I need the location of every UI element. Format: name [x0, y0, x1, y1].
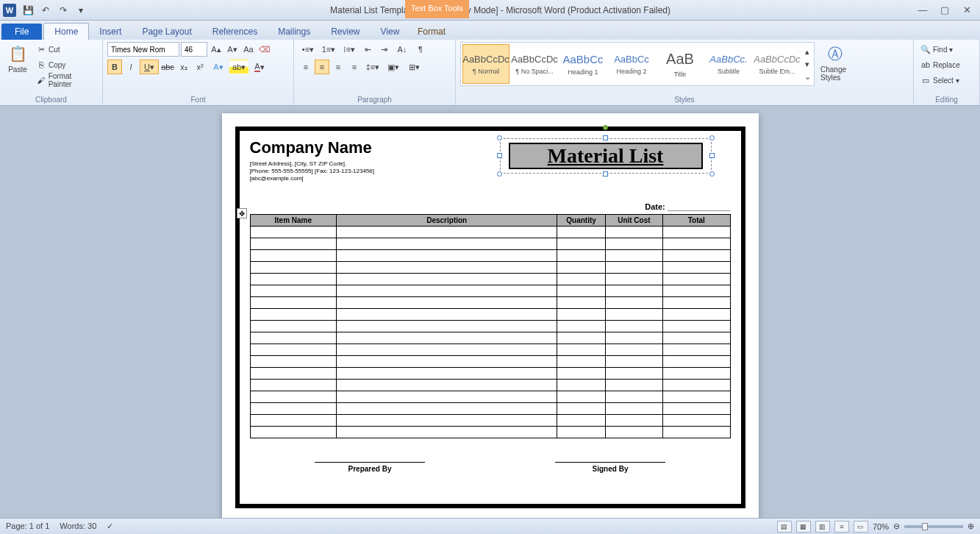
table-cell[interactable]	[250, 344, 337, 356]
table-cell[interactable]	[605, 238, 662, 250]
shrink-font-button[interactable]: A▾	[225, 42, 240, 57]
style-heading1[interactable]: AaBbCcHeading 1	[559, 44, 607, 84]
table-row[interactable]	[250, 238, 730, 250]
table-cell[interactable]	[337, 403, 557, 415]
font-color-button[interactable]: A▾	[250, 60, 269, 74]
table-move-handle[interactable]: ✥	[237, 208, 247, 218]
table-cell[interactable]	[605, 250, 662, 262]
table-cell[interactable]	[605, 274, 662, 285]
col-total[interactable]: Total	[663, 215, 730, 227]
col-description[interactable]: Description	[337, 215, 557, 227]
view-full-screen[interactable]: ▦	[796, 521, 811, 533]
word-count[interactable]: Words: 30	[60, 521, 96, 531]
bullets-button[interactable]: •≡▾	[298, 42, 318, 57]
table-cell[interactable]	[663, 262, 730, 274]
table-row[interactable]	[250, 391, 730, 403]
resize-handle-tl[interactable]	[497, 135, 502, 140]
view-outline[interactable]: ≡	[834, 521, 849, 533]
company-email[interactable]: [abc@example.com]	[250, 175, 731, 182]
zoom-out-button[interactable]: ⊖	[893, 521, 900, 531]
table-cell[interactable]	[337, 368, 557, 380]
table-cell[interactable]	[663, 332, 730, 344]
file-tab[interactable]: File	[1, 24, 42, 40]
view-web[interactable]: ▥	[815, 521, 830, 533]
table-cell[interactable]	[557, 415, 605, 427]
style-title[interactable]: AaBTitle	[657, 44, 704, 84]
line-spacing-button[interactable]: ‡≡▾	[363, 60, 382, 74]
zoom-thumb[interactable]	[922, 523, 928, 530]
table-cell[interactable]	[663, 403, 730, 415]
table-cell[interactable]	[337, 344, 557, 356]
table-row[interactable]	[250, 250, 730, 262]
resize-handle-tr[interactable]	[709, 135, 715, 140]
table-row[interactable]	[250, 380, 730, 391]
view-draft[interactable]: ▭	[854, 521, 868, 533]
table-row[interactable]	[250, 297, 730, 309]
text-effects-button[interactable]: A▾	[209, 60, 228, 74]
table-cell[interactable]	[663, 380, 730, 391]
title-text-box[interactable]: Material List	[509, 143, 703, 169]
table-cell[interactable]	[337, 238, 557, 250]
style-heading2[interactable]: AaBbCcHeading 2	[608, 44, 655, 84]
table-cell[interactable]	[605, 332, 662, 344]
table-cell[interactable]	[663, 238, 730, 250]
table-cell[interactable]	[663, 250, 730, 262]
table-cell[interactable]	[250, 250, 337, 262]
table-cell[interactable]	[557, 356, 605, 368]
table-cell[interactable]	[250, 285, 337, 297]
page-status[interactable]: Page: 1 of 1	[6, 521, 49, 531]
resize-handle-br[interactable]	[709, 171, 715, 177]
table-cell[interactable]	[250, 238, 337, 250]
table-cell[interactable]	[605, 309, 662, 321]
strikethrough-button[interactable]: abc	[160, 60, 175, 74]
multilevel-button[interactable]: ⁞≡▾	[340, 42, 359, 57]
tab-home[interactable]: Home	[43, 23, 89, 40]
find-button[interactable]: 🔍Find ▾	[918, 42, 975, 57]
save-icon[interactable]: 💾	[21, 3, 35, 18]
selected-textbox[interactable]: Material List	[500, 138, 712, 174]
table-cell[interactable]	[337, 297, 557, 309]
resize-handle-tm[interactable]	[603, 135, 608, 140]
table-row[interactable]	[250, 309, 730, 321]
table-row[interactable]	[250, 227, 730, 238]
format-painter-button[interactable]: 🖌Format Painter	[34, 73, 98, 88]
table-cell[interactable]	[250, 380, 337, 391]
increase-indent-button[interactable]: ⇥	[376, 42, 391, 57]
page[interactable]: Company Name [Street Address], [City, ST…	[222, 113, 759, 518]
tab-mailings[interactable]: Mailings	[268, 24, 321, 40]
table-cell[interactable]	[663, 285, 730, 297]
table-cell[interactable]	[337, 427, 557, 438]
style-subtle-em[interactable]: AaBbCcDcSubtle Em...	[754, 44, 801, 84]
proofing-icon[interactable]: ✓	[107, 521, 113, 531]
col-item-name[interactable]: Item Name	[250, 215, 337, 227]
italic-button[interactable]: I	[124, 60, 138, 74]
minimize-button[interactable]: —	[912, 3, 933, 18]
table-cell[interactable]	[557, 297, 605, 309]
copy-button[interactable]: ⎘Copy	[34, 57, 98, 72]
table-cell[interactable]	[557, 344, 605, 356]
borders-button[interactable]: ⊞▾	[404, 60, 423, 74]
table-cell[interactable]	[605, 391, 662, 403]
table-cell[interactable]	[337, 332, 557, 344]
table-row[interactable]	[250, 285, 730, 297]
cut-button[interactable]: ✂Cut	[34, 42, 98, 57]
table-cell[interactable]	[663, 368, 730, 380]
table-cell[interactable]	[605, 356, 662, 368]
table-cell[interactable]	[557, 274, 605, 285]
table-cell[interactable]	[337, 356, 557, 368]
align-left-button[interactable]: ≡	[298, 60, 313, 74]
table-cell[interactable]	[337, 285, 557, 297]
signed-by-block[interactable]: Signed By	[555, 462, 665, 473]
bold-button[interactable]: B	[107, 60, 122, 74]
table-cell[interactable]	[337, 380, 557, 391]
sort-button[interactable]: A↓	[393, 42, 412, 57]
table-cell[interactable]	[663, 297, 730, 309]
table-cell[interactable]	[337, 309, 557, 321]
gallery-down-icon[interactable]: ▾	[802, 58, 812, 70]
justify-button[interactable]: ≡	[347, 60, 362, 74]
superscript-button[interactable]: x²	[193, 60, 207, 74]
view-print-layout[interactable]: ▤	[777, 521, 792, 533]
table-row[interactable]	[250, 427, 730, 438]
resize-handle-ml[interactable]	[497, 153, 502, 158]
tab-format[interactable]: Format	[407, 24, 456, 40]
